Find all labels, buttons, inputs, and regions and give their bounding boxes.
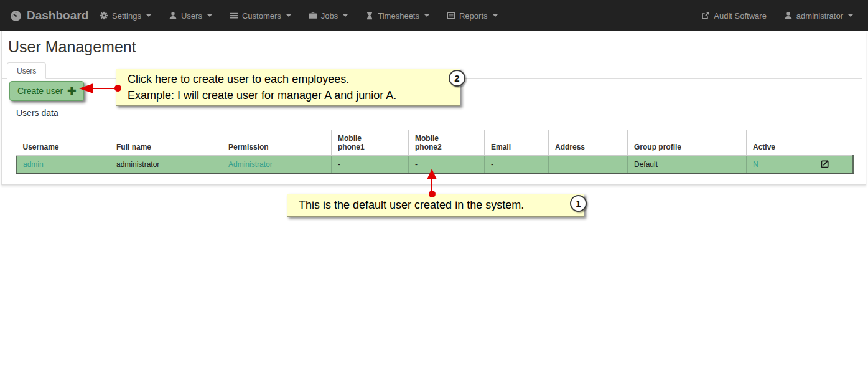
report-icon (447, 11, 455, 20)
column-header-permission: Permission (222, 130, 332, 156)
caret-down-icon (343, 14, 348, 17)
nav-item-jobs[interactable]: Jobs (300, 0, 357, 31)
section-label-users-data: Users data (16, 108, 58, 118)
users-table: Username Full name Permission Mobile pho… (16, 130, 854, 174)
user-icon (169, 11, 177, 20)
username-link[interactable]: admin (23, 160, 44, 169)
nav-item-label: Customers (242, 11, 281, 21)
cell-mobile-phone1: - (332, 156, 409, 174)
navbar-right-menu: Audit Software administrator (693, 0, 862, 31)
cell-active: N (747, 156, 814, 174)
cell-email: - (485, 156, 549, 174)
navbar-menu: Settings Users Customers (91, 0, 506, 31)
nav-item-label: Timesheets (378, 11, 419, 21)
nav-item-label: Audit Software (714, 11, 767, 21)
cell-group-profile: Default (628, 156, 747, 174)
callout-badge-2: 2 (449, 70, 465, 87)
caret-down-icon (286, 14, 291, 17)
cell-full-name: administrator (110, 156, 222, 174)
cell-actions (814, 156, 853, 174)
callout-create-user-line1: Click here to create user to each employ… (128, 71, 460, 87)
cell-mobile-phone2: - (409, 156, 485, 174)
briefcase-icon (309, 11, 317, 20)
hourglass-icon (365, 11, 374, 20)
external-link-icon (701, 11, 710, 20)
nav-item-audit-software[interactable]: Audit Software (693, 0, 775, 31)
callout-create-user-line2: Example: I will create user for manager … (128, 87, 460, 103)
callout-default-user: This is the default user created in the … (287, 194, 584, 217)
callout-default-user-text: This is the default user created in the … (299, 199, 524, 211)
column-header-mobile-phone2: Mobile phone2 (409, 130, 485, 156)
arrow-head-up-icon (427, 169, 437, 179)
cell-permission: Administrator (222, 156, 332, 174)
callout-badge-1: 1 (570, 195, 587, 212)
nav-item-users[interactable]: Users (160, 0, 221, 31)
arrow-line-to-create-button (93, 88, 117, 89)
gear-icon (100, 11, 108, 20)
column-header-email: Email (485, 130, 549, 156)
page-title: User Management (8, 38, 136, 56)
nav-item-settings[interactable]: Settings (91, 0, 160, 31)
caret-down-icon (493, 14, 498, 17)
caret-down-icon (848, 14, 853, 17)
column-header-group-profile: Group profile (628, 130, 747, 156)
nav-item-label: Settings (112, 11, 141, 21)
cell-address (549, 156, 628, 174)
nav-item-customers[interactable]: Customers (221, 0, 300, 31)
arrow-origin-dot (429, 191, 436, 197)
nav-item-account[interactable]: administrator (775, 0, 862, 31)
column-header-username: Username (17, 130, 110, 156)
permission-link[interactable]: Administrator (228, 160, 273, 169)
create-user-button[interactable]: Create user ✚ (9, 81, 84, 101)
nav-item-reports[interactable]: Reports (438, 0, 506, 31)
column-header-actions (814, 130, 853, 156)
caret-down-icon (424, 14, 429, 17)
caret-down-icon (207, 14, 212, 17)
brand-label: Dashboard (27, 9, 88, 22)
column-header-active: Active (747, 130, 814, 156)
arrow-origin-dot (114, 85, 121, 92)
nav-item-label: Jobs (321, 11, 338, 21)
callout-create-user: Click here to create user to each employ… (116, 69, 460, 106)
user-icon (784, 11, 793, 20)
active-link[interactable]: N (753, 160, 758, 169)
nav-item-label: Users (181, 11, 202, 21)
nav-item-label: administrator (796, 11, 843, 21)
table-header-row: Username Full name Permission Mobile pho… (17, 130, 853, 156)
cell-username: admin (17, 156, 110, 174)
page: Dashboard Settings Users (0, 0, 868, 375)
nav-item-label: Reports (459, 11, 488, 21)
nav-item-timesheets[interactable]: Timesheets (357, 0, 438, 31)
column-header-full-name: Full name (110, 130, 222, 156)
plus-icon: ✚ (67, 86, 76, 97)
list-icon (230, 11, 238, 20)
column-header-mobile-phone1: Mobile phone1 (332, 130, 409, 156)
caret-down-icon (146, 14, 151, 17)
edit-icon[interactable] (821, 159, 830, 168)
create-user-button-label: Create user (17, 86, 63, 96)
brand-dashboard[interactable]: Dashboard (10, 0, 88, 31)
content-panel: User Management Users Create user ✚ User… (1, 31, 866, 185)
column-header-address: Address (549, 130, 628, 156)
arrow-head-left-icon (79, 83, 93, 93)
top-navbar: Dashboard Settings Users (0, 0, 868, 31)
tab-users[interactable]: Users (7, 62, 46, 79)
gauge-icon (10, 10, 22, 22)
